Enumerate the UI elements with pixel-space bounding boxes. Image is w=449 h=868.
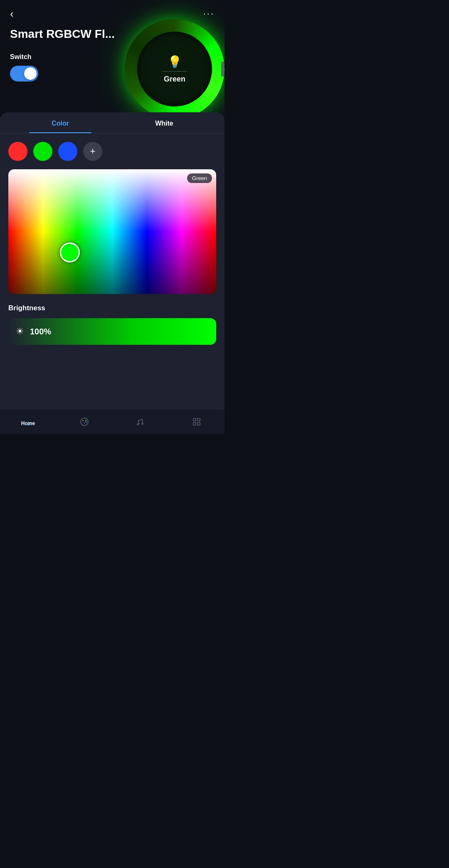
ring-color-label: Green [164, 75, 185, 84]
brightness-slider[interactable]: ☀ 100% [8, 318, 216, 345]
svg-rect-6 [197, 418, 200, 421]
ring-side-arrow[interactable] [221, 62, 224, 77]
preset-blue[interactable] [58, 142, 77, 161]
color-content: + Green Brightness ☀ 100% [0, 134, 224, 353]
svg-rect-7 [193, 423, 195, 425]
palette-icon [79, 417, 89, 429]
svg-point-0 [81, 418, 88, 425]
header-section: Smart RGBCW Fl... Switch 💡 Green [0, 23, 224, 123]
ring-center: 💡 Green [137, 32, 212, 106]
color-picker-cursor[interactable] [60, 242, 80, 262]
bottom-panel: Color White + Green Brightness ☀ 100% [0, 112, 224, 409]
svg-point-1 [82, 420, 84, 421]
svg-point-3 [84, 423, 85, 424]
switch-toggle[interactable] [10, 66, 38, 82]
nav-grid[interactable] [168, 415, 224, 428]
bulb-icon: 💡 [168, 55, 182, 69]
color-ring[interactable]: 💡 Green [125, 19, 224, 119]
tab-color[interactable]: Color [8, 112, 112, 133]
sun-icon: ☀ [16, 326, 24, 337]
nav-home-dot [27, 423, 30, 425]
back-button[interactable]: ‹ [10, 8, 14, 19]
svg-rect-8 [197, 423, 200, 425]
ring-divider [162, 71, 187, 72]
brightness-label: Brightness [8, 304, 216, 312]
svg-point-4 [141, 423, 143, 425]
color-picker-canvas[interactable]: Green [8, 169, 216, 294]
preset-red[interactable] [8, 142, 27, 161]
svg-rect-5 [193, 418, 195, 421]
tabs-container: Color White [0, 112, 224, 134]
preset-green[interactable] [33, 142, 52, 161]
music-icon [136, 417, 145, 428]
bottom-nav: Home [0, 409, 224, 434]
add-color-button[interactable]: + [83, 142, 102, 161]
nav-color[interactable] [56, 414, 112, 429]
ring-container: 💡 Green [121, 11, 224, 127]
tab-white[interactable]: White [112, 112, 216, 133]
grid-icon [192, 417, 201, 428]
color-presets-row: + [8, 142, 216, 161]
nav-home[interactable]: Home [0, 417, 56, 426]
svg-point-2 [85, 420, 86, 421]
nav-music[interactable] [112, 415, 168, 428]
brightness-value: 100% [30, 327, 51, 336]
color-picker-label: Green [187, 173, 212, 183]
